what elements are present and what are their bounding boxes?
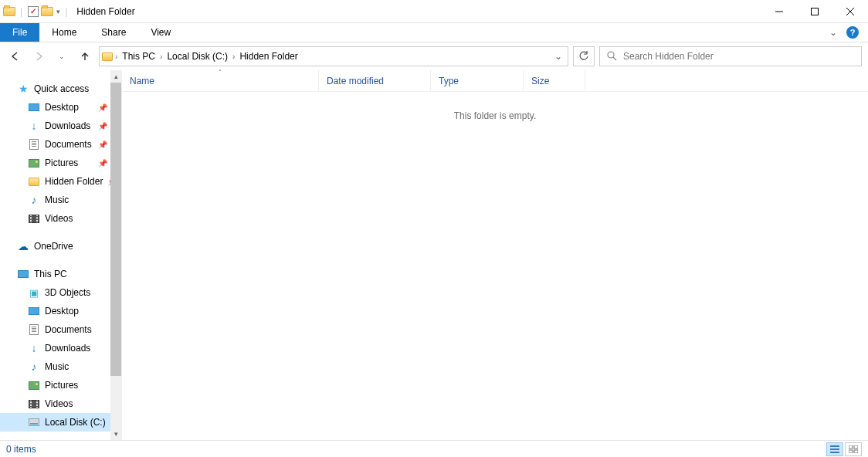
refresh-button[interactable] (573, 46, 595, 66)
star-icon: ★ (17, 83, 29, 95)
desktop-icon (28, 101, 40, 113)
column-headers: Name˄ Date modified Type Size (122, 70, 868, 92)
scroll-thumb[interactable] (110, 83, 121, 376)
sidebar-item-label: OneDrive (34, 241, 73, 252)
navigation-bar: ⌄ › This PC › Local Disk (C:) › Hidden F… (0, 42, 868, 70)
view-switcher (826, 442, 862, 456)
sidebar-item-local-disk-c-[interactable]: Local Disk (C:) (0, 413, 121, 432)
sidebar-item-label: Music (45, 361, 69, 372)
search-input[interactable] (623, 51, 855, 62)
doc-icon (28, 138, 40, 151)
sidebar-item-label: Desktop (45, 102, 79, 113)
forward-button[interactable] (29, 47, 48, 66)
column-size[interactable]: Size (524, 70, 585, 91)
minimize-button[interactable] (761, 0, 797, 23)
sidebar-item-3d-objects[interactable]: ▣3D Objects (0, 283, 121, 302)
svg-rect-7 (830, 449, 839, 450)
pic-icon (28, 379, 40, 391)
folder-icon[interactable] (41, 5, 53, 18)
item-count: 0 items (6, 444, 36, 455)
chevron-right-icon[interactable]: › (160, 52, 162, 61)
maximize-button[interactable] (797, 0, 832, 23)
details-view-button[interactable] (826, 442, 843, 456)
svg-rect-12 (854, 450, 858, 453)
svg-line-5 (613, 57, 616, 60)
properties-icon[interactable]: ✓ (27, 5, 39, 18)
sidebar-item-pictures[interactable]: Pictures📌 (0, 154, 121, 172)
pic-icon (28, 157, 40, 169)
sidebar-item-desktop[interactable]: Desktop (0, 302, 121, 320)
sidebar-onedrive[interactable]: ☁OneDrive (0, 237, 121, 256)
chevron-right-icon[interactable]: › (232, 52, 235, 61)
sidebar-item-documents[interactable]: Documents📌 (0, 135, 121, 154)
sidebar-item-pictures[interactable]: Pictures (0, 376, 121, 394)
empty-folder-message: This folder is empty. (122, 92, 868, 121)
scroll-down-icon[interactable]: ▾ (110, 428, 121, 440)
search-box[interactable] (599, 46, 862, 66)
content-area: Name˄ Date modified Type Size This folde… (122, 70, 868, 440)
cloud-icon: ☁ (17, 240, 29, 252)
pin-icon: 📌 (98, 122, 107, 130)
qat-dropdown-icon[interactable]: ▾ (56, 8, 60, 15)
sidebar-item-videos[interactable]: Videos (0, 394, 121, 413)
sidebar-item-music[interactable]: ♪Music (0, 191, 121, 209)
folder-icon (101, 50, 114, 63)
sidebar-thispc[interactable]: This PC (0, 265, 121, 283)
help-button[interactable]: ? (843, 23, 862, 42)
tab-share[interactable]: Share (89, 23, 138, 42)
recent-dropdown-icon[interactable]: ⌄ (53, 47, 71, 66)
svg-rect-11 (849, 450, 853, 453)
sidebar-item-label: Documents (45, 139, 92, 150)
back-button[interactable] (6, 47, 25, 66)
chevron-right-icon[interactable]: › (115, 52, 117, 61)
sidebar-item-label: Desktop (45, 306, 79, 317)
sidebar-item-downloads[interactable]: ↓Downloads📌 (0, 117, 121, 135)
quick-access-toolbar: | ✓ ▾ | (0, 5, 70, 18)
ribbon-expand-icon[interactable]: ⌄ (829, 23, 837, 42)
breadcrumb-folder[interactable]: Hidden Folder (236, 51, 300, 62)
music-icon: ♪ (28, 194, 40, 206)
folder-icon (3, 5, 15, 18)
thumbnails-view-button[interactable] (845, 442, 862, 456)
sidebar-item-label: Music (45, 195, 69, 205)
close-button[interactable] (832, 0, 868, 23)
folder-icon (28, 175, 40, 188)
sidebar-item-label: Pictures (45, 157, 78, 168)
column-label: Name (130, 76, 154, 86)
sidebar-item-label: This PC (34, 269, 67, 279)
doc-icon (28, 323, 40, 336)
title-bar: | ✓ ▾ | Hidden Folder (0, 0, 868, 23)
svg-rect-9 (849, 445, 853, 449)
scroll-up-icon[interactable]: ▴ (110, 70, 121, 83)
pin-icon: 📌 (98, 140, 107, 149)
navigation-pane: ★Quick accessDesktop📌↓Downloads📌Document… (0, 70, 122, 440)
address-dropdown-icon[interactable]: ⌄ (551, 51, 566, 62)
sidebar-item-label: Local Disk (C:) (45, 417, 106, 428)
sidebar-item-desktop[interactable]: Desktop📌 (0, 98, 121, 117)
tab-view[interactable]: View (138, 23, 183, 42)
sidebar-item-videos[interactable]: Videos (0, 209, 121, 228)
column-date[interactable]: Date modified (319, 70, 431, 91)
sidebar-quickaccess[interactable]: ★Quick access (0, 80, 121, 98)
up-button[interactable] (76, 47, 94, 66)
column-name[interactable]: Name˄ (122, 70, 319, 91)
search-icon (606, 50, 617, 63)
sidebar-scrollbar[interactable]: ▴ ▾ (110, 70, 121, 440)
tab-home[interactable]: Home (39, 23, 89, 42)
sidebar-item-downloads[interactable]: ↓Downloads (0, 339, 121, 357)
3d-icon: ▣ (28, 286, 40, 299)
main-area: ★Quick accessDesktop📌↓Downloads📌Document… (0, 70, 868, 440)
svg-rect-8 (830, 452, 839, 453)
sidebar-item-documents[interactable]: Documents (0, 320, 121, 339)
pin-icon: 📌 (98, 159, 107, 168)
tab-file[interactable]: File (0, 23, 39, 42)
sidebar-item-hidden-folder[interactable]: Hidden Folder📌 (0, 172, 121, 191)
breadcrumb-thispc[interactable]: This PC (119, 51, 158, 62)
address-bar[interactable]: › This PC › Local Disk (C:) › Hidden Fol… (99, 46, 568, 66)
breadcrumb-drive[interactable]: Local Disk (C:) (164, 51, 231, 62)
desktop-icon (28, 305, 40, 317)
sidebar-item-music[interactable]: ♪Music (0, 357, 121, 376)
column-type[interactable]: Type (431, 70, 524, 91)
sidebar-item-label: Downloads (45, 120, 90, 131)
down-icon: ↓ (28, 120, 40, 132)
